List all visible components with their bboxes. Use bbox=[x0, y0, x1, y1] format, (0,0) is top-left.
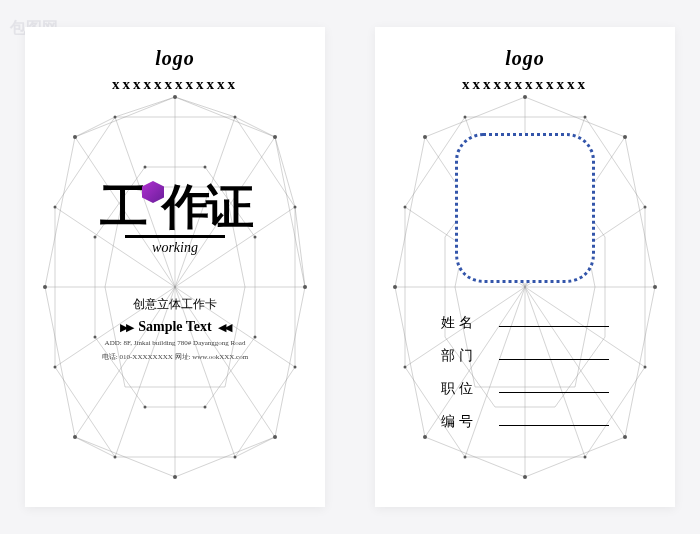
company-placeholder: xxxxxxxxxxxx bbox=[462, 76, 588, 93]
field-line bbox=[499, 313, 609, 327]
svg-point-81 bbox=[584, 116, 587, 119]
svg-line-23 bbox=[235, 117, 275, 137]
svg-point-82 bbox=[464, 456, 467, 459]
svg-line-25 bbox=[295, 207, 305, 287]
svg-point-42 bbox=[54, 366, 57, 369]
svg-point-40 bbox=[54, 206, 57, 209]
company-placeholder: xxxxxxxxxxxx bbox=[112, 76, 238, 93]
card-title-art: 工作证 bbox=[100, 183, 250, 231]
card-front: logo xxxxxxxxxxxx bbox=[25, 27, 325, 507]
svg-point-31 bbox=[303, 285, 307, 289]
field-line bbox=[499, 346, 609, 360]
field-row-position: 职位 bbox=[441, 379, 609, 398]
svg-point-43 bbox=[294, 366, 297, 369]
field-row-name: 姓名 bbox=[441, 313, 609, 332]
svg-point-39 bbox=[234, 456, 237, 459]
svg-point-76 bbox=[423, 135, 427, 139]
svg-point-50 bbox=[94, 336, 97, 339]
svg-point-41 bbox=[294, 206, 297, 209]
svg-point-38 bbox=[114, 456, 117, 459]
svg-point-87 bbox=[644, 366, 647, 369]
svg-line-21 bbox=[115, 97, 175, 117]
svg-point-78 bbox=[423, 435, 427, 439]
svg-point-83 bbox=[584, 456, 587, 459]
svg-point-75 bbox=[653, 285, 657, 289]
svg-point-30 bbox=[43, 285, 47, 289]
svg-point-46 bbox=[254, 236, 257, 239]
field-label: 编号 bbox=[441, 413, 491, 431]
svg-point-36 bbox=[114, 116, 117, 119]
gem-icon bbox=[142, 181, 164, 203]
address-line-2: 电话: 010-XXXXXXXX 网址: www.ookXXX.com bbox=[102, 353, 248, 363]
svg-point-47 bbox=[254, 336, 257, 339]
svg-point-37 bbox=[234, 116, 237, 119]
title-part1: 工 bbox=[100, 180, 144, 233]
field-row-id: 编号 bbox=[441, 412, 609, 431]
front-center-block: 工作证 working 创意立体工作卡 ▶▶ Sample Text ◀◀ AD… bbox=[100, 183, 250, 363]
sample-text-row: ▶▶ Sample Text ◀◀ bbox=[120, 319, 230, 335]
logo-text: logo bbox=[505, 47, 545, 70]
title-underline bbox=[125, 235, 225, 238]
svg-point-79 bbox=[623, 435, 627, 439]
svg-line-20 bbox=[75, 117, 115, 137]
svg-point-85 bbox=[644, 206, 647, 209]
photo-placeholder bbox=[455, 133, 595, 283]
svg-point-33 bbox=[273, 135, 277, 139]
address-line-1: ADD: 8F, Jinkai building 780# Dayanggong… bbox=[105, 339, 246, 349]
svg-point-74 bbox=[393, 285, 397, 289]
svg-point-28 bbox=[173, 95, 177, 99]
field-block: 姓名 部门 职位 编号 bbox=[441, 313, 609, 431]
field-line bbox=[499, 379, 609, 393]
triangle-left-icon: ▶▶ bbox=[120, 321, 132, 334]
svg-point-86 bbox=[404, 366, 407, 369]
svg-point-80 bbox=[464, 116, 467, 119]
svg-point-45 bbox=[204, 166, 207, 169]
field-row-dept: 部门 bbox=[441, 346, 609, 365]
svg-point-44 bbox=[144, 166, 147, 169]
svg-point-51 bbox=[94, 236, 97, 239]
svg-line-24 bbox=[275, 137, 295, 207]
sample-text: Sample Text bbox=[138, 319, 212, 335]
svg-point-72 bbox=[523, 95, 527, 99]
field-label: 部门 bbox=[441, 347, 491, 365]
svg-point-35 bbox=[273, 435, 277, 439]
svg-point-49 bbox=[144, 406, 147, 409]
field-label: 职位 bbox=[441, 380, 491, 398]
svg-point-32 bbox=[73, 135, 77, 139]
card-back: logo xxxxxxxxxxxx bbox=[375, 27, 675, 507]
svg-point-48 bbox=[204, 406, 207, 409]
svg-point-84 bbox=[404, 206, 407, 209]
title-part2: 作证 bbox=[162, 180, 250, 233]
svg-line-27 bbox=[235, 437, 275, 457]
svg-point-34 bbox=[73, 435, 77, 439]
front-subtitle: 创意立体工作卡 bbox=[133, 296, 217, 313]
svg-line-26 bbox=[75, 437, 115, 457]
svg-point-77 bbox=[623, 135, 627, 139]
logo-text: logo bbox=[155, 47, 195, 70]
field-label: 姓名 bbox=[441, 314, 491, 332]
svg-point-73 bbox=[523, 475, 527, 479]
working-subtitle: working bbox=[152, 240, 198, 256]
field-line bbox=[499, 412, 609, 426]
svg-line-22 bbox=[175, 97, 235, 117]
triangle-right-icon: ◀◀ bbox=[218, 321, 230, 334]
svg-point-29 bbox=[173, 475, 177, 479]
